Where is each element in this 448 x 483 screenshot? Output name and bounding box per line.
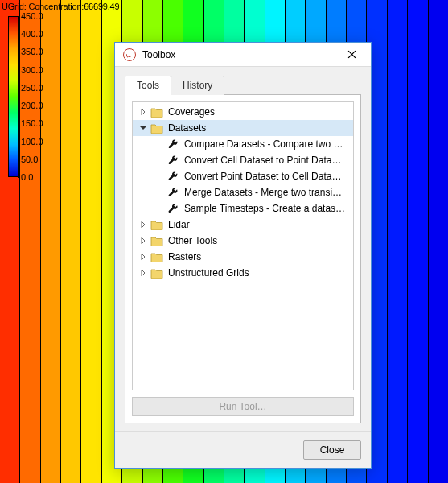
tabstrip: Tools History bbox=[125, 75, 361, 94]
tree-folder[interactable]: Unstructured Grids bbox=[133, 265, 353, 281]
tree-tool[interactable]: Convert Cell Dataset to Point Data… bbox=[133, 152, 353, 168]
chevron-right-icon[interactable] bbox=[138, 219, 149, 230]
tree-tool[interactable]: Compare Datasets - Compare two … bbox=[133, 136, 353, 152]
tree-item-label: Sample Timesteps - Create a datas… bbox=[184, 203, 345, 214]
dialog-body: Tools History CoveragesDatasetsCompare D… bbox=[115, 67, 371, 431]
tree-item-label: Coverages bbox=[168, 106, 215, 118]
tree-folder[interactable]: Datasets bbox=[133, 120, 353, 136]
legend-tick: 250.0 bbox=[21, 83, 43, 93]
tool-tree[interactable]: CoveragesDatasetsCompare Datasets - Comp… bbox=[132, 101, 354, 390]
tree-item-label: Datasets bbox=[168, 122, 206, 134]
tree-folder[interactable]: Rasters bbox=[133, 249, 353, 265]
dialog-title: Toolbox bbox=[142, 49, 335, 60]
legend-tick: 200.0 bbox=[21, 101, 43, 110]
folder-icon bbox=[150, 235, 163, 246]
close-button[interactable]: Close bbox=[303, 440, 361, 460]
folder-icon bbox=[150, 267, 163, 279]
titlebar[interactable]: Toolbox bbox=[115, 43, 371, 67]
wrench-icon bbox=[166, 171, 179, 182]
tab-tools[interactable]: Tools bbox=[125, 76, 171, 95]
tree-tool[interactable]: Merge Datasets - Merge two transi… bbox=[133, 184, 353, 200]
tree-item-label: Convert Cell Dataset to Point Data… bbox=[184, 155, 341, 166]
tree-folder[interactable]: Lidar bbox=[133, 217, 353, 233]
wrench-icon bbox=[166, 187, 179, 198]
stripe bbox=[388, 0, 408, 483]
dataset-label: UGrid: Concentration:66699.49 bbox=[2, 2, 119, 11]
legend-tick: 150.0 bbox=[21, 118, 43, 128]
stripe bbox=[81, 0, 101, 483]
tree-item-label: Compare Datasets - Compare two … bbox=[184, 138, 343, 150]
run-tool-button: Run Tool… bbox=[132, 397, 354, 416]
legend-tick: 400.0 bbox=[21, 29, 43, 39]
folder-icon bbox=[150, 219, 163, 230]
legend-tick: 450.0 bbox=[21, 11, 43, 21]
tab-history[interactable]: History bbox=[171, 76, 224, 95]
stripe bbox=[429, 0, 448, 483]
tree-item-label: Unstructured Grids bbox=[168, 267, 249, 279]
chevron-down-icon[interactable] bbox=[138, 122, 149, 134]
legend-ticks: 450.0400.0350.0300.0250.0200.0150.0100.0… bbox=[21, 16, 64, 177]
legend-tick: 100.0 bbox=[21, 137, 43, 147]
tree-item-label: Rasters bbox=[168, 251, 201, 262]
legend-tick: 50.0 bbox=[21, 155, 38, 164]
dialog-footer: Close bbox=[115, 431, 371, 468]
legend-bar bbox=[8, 16, 19, 177]
folder-icon bbox=[150, 122, 163, 134]
tree-item-label: Other Tools bbox=[168, 235, 217, 246]
folder-icon bbox=[150, 106, 163, 118]
color-legend: 450.0400.0350.0300.0250.0200.0150.0100.0… bbox=[8, 16, 64, 177]
tree-folder[interactable]: Other Tools bbox=[133, 233, 353, 249]
wrench-icon bbox=[166, 138, 179, 150]
wrench-icon bbox=[166, 155, 179, 166]
chevron-right-icon[interactable] bbox=[138, 235, 149, 246]
tab-panel-tools: CoveragesDatasetsCompare Datasets - Comp… bbox=[125, 94, 361, 423]
app-icon bbox=[123, 48, 136, 61]
tree-item-label: Lidar bbox=[168, 219, 190, 230]
toolbox-dialog: Toolbox Tools History CoveragesDatasetsC… bbox=[114, 42, 372, 469]
chevron-right-icon[interactable] bbox=[138, 267, 149, 279]
close-icon[interactable] bbox=[335, 43, 368, 66]
chevron-right-icon[interactable] bbox=[138, 106, 149, 118]
tree-folder[interactable]: Coverages bbox=[133, 104, 353, 120]
legend-tick: 0.0 bbox=[21, 172, 33, 182]
legend-tick: 300.0 bbox=[21, 65, 43, 75]
tree-tool[interactable]: Sample Timesteps - Create a datas… bbox=[133, 200, 353, 217]
folder-icon bbox=[150, 251, 163, 262]
tree-item-label: Convert Point Dataset to Cell Data… bbox=[184, 171, 341, 182]
stripe bbox=[408, 0, 428, 483]
legend-tick: 350.0 bbox=[21, 47, 43, 56]
tree-tool[interactable]: Convert Point Dataset to Cell Data… bbox=[133, 168, 353, 184]
chevron-right-icon[interactable] bbox=[138, 251, 149, 262]
wrench-icon bbox=[166, 203, 179, 214]
tree-item-label: Merge Datasets - Merge two transi… bbox=[184, 187, 342, 198]
